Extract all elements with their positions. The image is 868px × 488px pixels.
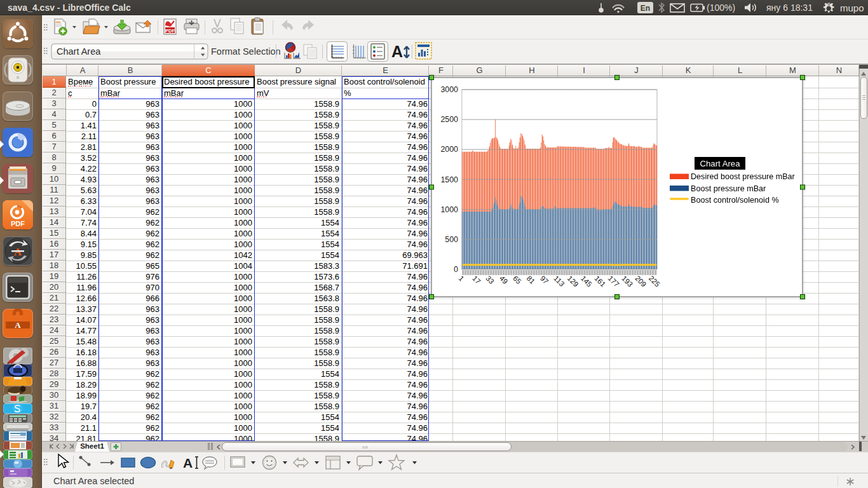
svg-text:Chart Area: Chart Area — [700, 159, 740, 168]
svg-text:500: 500 — [445, 235, 458, 244]
svg-text:яну 6 18:31: яну 6 18:31 — [766, 3, 813, 13]
svg-text:PDF: PDF — [165, 28, 175, 34]
svg-text:0: 0 — [454, 265, 458, 274]
svg-text:1500: 1500 — [440, 175, 458, 184]
svg-text:mupo: mupo — [840, 3, 864, 13]
svg-text:Boost pressure mBar: Boost pressure mBar — [691, 184, 766, 193]
svg-text:Format Selection: Format Selection — [211, 46, 281, 57]
svg-text:A: A — [391, 43, 403, 60]
svg-text:2500: 2500 — [440, 115, 458, 124]
svg-text:En: En — [641, 4, 650, 13]
svg-text:2000: 2000 — [440, 145, 458, 154]
svg-text:PDF: PDF — [11, 220, 25, 227]
svg-text:3000: 3000 — [440, 85, 458, 94]
svg-text:Chart Area: Chart Area — [57, 46, 101, 57]
svg-text:A: A — [183, 456, 193, 470]
svg-text:A: A — [15, 320, 21, 330]
svg-text:1000: 1000 — [440, 205, 458, 214]
svg-text:Boost control/solenoid %: Boost control/solenoid % — [691, 196, 779, 205]
svg-text:A: A — [14, 246, 22, 258]
svg-text:(100%): (100%) — [707, 3, 735, 13]
svg-text:Desired boost pressure mBar: Desired boost pressure mBar — [691, 172, 795, 181]
